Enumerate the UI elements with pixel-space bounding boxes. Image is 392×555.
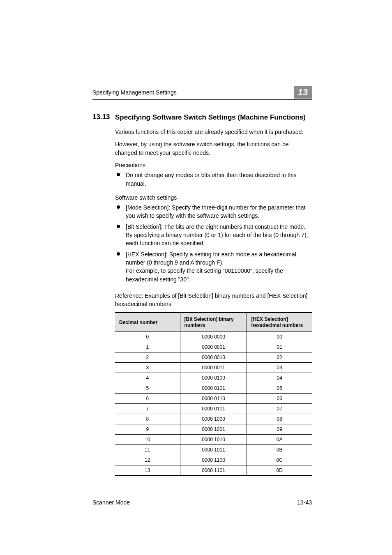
cell-dec: 3 — [115, 363, 180, 373]
list-item-text: [HEX Selection]: Specify a setting for e… — [126, 251, 296, 283]
cell-dec: 10 — [115, 435, 180, 445]
cell-hex: 09 — [247, 424, 312, 435]
table-row: 10000 000101 — [115, 342, 312, 352]
software-switch-heading: Software switch settings — [115, 193, 312, 202]
col-header-bit: [Bit Selection] binary numbers — [180, 313, 247, 332]
cell-dec: 13 — [115, 465, 180, 476]
table-row: 60000 011006 — [115, 394, 312, 404]
cell-dec: 11 — [115, 445, 180, 455]
table-row: 50000 010105 — [115, 383, 312, 394]
cell-dec: 12 — [115, 455, 180, 465]
cell-bit: 0000 0111 — [180, 404, 247, 414]
cell-bit: 0000 1011 — [180, 445, 247, 455]
list-item: [Mode Selection]: Specify the three-digi… — [115, 203, 312, 220]
table-row: 00000 000000 — [115, 332, 312, 342]
conversion-table: Decimal number [Bit Selection] binary nu… — [115, 312, 312, 476]
list-item-text: [Mode Selection]: Specify the three-digi… — [126, 204, 305, 219]
section-number: 13.13 — [92, 113, 115, 121]
cell-bit: 0000 0101 — [180, 383, 247, 394]
table-row: 120000 11000C — [115, 455, 312, 465]
cell-dec: 1 — [115, 342, 180, 352]
cell-hex: 06 — [247, 394, 312, 404]
chapter-number-chip: 13 — [294, 86, 312, 99]
cell-bit: 0000 1001 — [180, 424, 247, 435]
page-container: Specifying Management Settings 13 13.13 … — [0, 0, 392, 555]
precautions-heading: Precautions — [115, 161, 312, 169]
cell-dec: 9 — [115, 424, 180, 435]
table-row: 130000 11010D — [115, 465, 312, 476]
cell-hex: 00 — [247, 332, 312, 342]
intro-para-2: However, by using the software switch se… — [115, 140, 312, 157]
table-row: 40000 010004 — [115, 373, 312, 383]
footer-left: Scanner Mode — [92, 499, 130, 506]
cell-bit: 0000 0100 — [180, 373, 247, 383]
cell-bit: 0000 1010 — [180, 435, 247, 445]
running-head: Specifying Management Settings — [92, 89, 177, 96]
intro-para-1: Various functions of this copier are alr… — [115, 128, 312, 136]
cell-hex: 0C — [247, 455, 312, 465]
table-body: 00000 000000 10000 000101 20000 001002 3… — [115, 332, 312, 476]
cell-hex: 0D — [247, 465, 312, 476]
cell-hex: 02 — [247, 352, 312, 363]
precautions-list: Do not change any modes or bits other th… — [115, 171, 312, 188]
cell-dec: 7 — [115, 404, 180, 414]
cell-dec: 2 — [115, 352, 180, 363]
cell-bit: 0000 0001 — [180, 342, 247, 352]
section-heading: 13.13 Specifying Software Switch Setting… — [92, 113, 312, 122]
cell-bit: 0000 0010 — [180, 352, 247, 363]
reference-label: Reference: Examples of [Bit Selection] b… — [115, 292, 312, 309]
col-header-decimal: Decimal number — [115, 313, 180, 332]
cell-hex: 08 — [247, 414, 312, 424]
cell-hex: 07 — [247, 404, 312, 414]
table-container: Decimal number [Bit Selection] binary nu… — [115, 312, 312, 476]
cell-dec: 6 — [115, 394, 180, 404]
table-row: 30000 001103 — [115, 363, 312, 373]
cell-hex: 03 — [247, 363, 312, 373]
cell-hex: 04 — [247, 373, 312, 383]
cell-dec: 4 — [115, 373, 180, 383]
footer-right: 13-43 — [297, 499, 312, 506]
table-row: 110000 10110B — [115, 445, 312, 455]
list-item: [HEX Selection]: Specify a setting for e… — [115, 250, 312, 283]
table-row: 80000 100008 — [115, 414, 312, 424]
table-row: 70000 011107 — [115, 404, 312, 414]
cell-dec: 0 — [115, 332, 180, 342]
list-item-text: Do not change any modes or bits other th… — [126, 172, 297, 187]
cell-bit: 0000 0000 — [180, 332, 247, 342]
cell-bit: 0000 1101 — [180, 465, 247, 476]
cell-bit: 0000 1100 — [180, 455, 247, 465]
section-body: Various functions of this copier are alr… — [115, 128, 312, 308]
list-item: Do not change any modes or bits other th… — [115, 171, 312, 188]
cell-hex: 0B — [247, 445, 312, 455]
cell-bit: 0000 1000 — [180, 414, 247, 424]
cell-dec: 8 — [115, 414, 180, 424]
section-title: Specifying Software Switch Settings (Mac… — [115, 113, 306, 122]
table-header-row: Decimal number [Bit Selection] binary nu… — [115, 313, 312, 332]
cell-hex: 01 — [247, 342, 312, 352]
list-item: [Bit Selection]: The bits are the eight … — [115, 223, 312, 248]
software-switch-list: [Mode Selection]: Specify the three-digi… — [115, 203, 312, 283]
cell-dec: 5 — [115, 383, 180, 394]
cell-bit: 0000 0110 — [180, 394, 247, 404]
table-row: 100000 10100A — [115, 435, 312, 445]
page-header: Specifying Management Settings 13 — [92, 86, 312, 100]
table-row: 20000 001002 — [115, 352, 312, 363]
list-item-text: [Bit Selection]: The bits are the eight … — [126, 223, 308, 247]
col-header-hex: [HEX Selection] hexadecimal numbers — [247, 313, 312, 332]
page-footer: Scanner Mode 13-43 — [92, 499, 312, 506]
cell-hex: 0A — [247, 435, 312, 445]
cell-bit: 0000 0011 — [180, 363, 247, 373]
cell-hex: 05 — [247, 383, 312, 394]
table-row: 90000 100109 — [115, 424, 312, 435]
